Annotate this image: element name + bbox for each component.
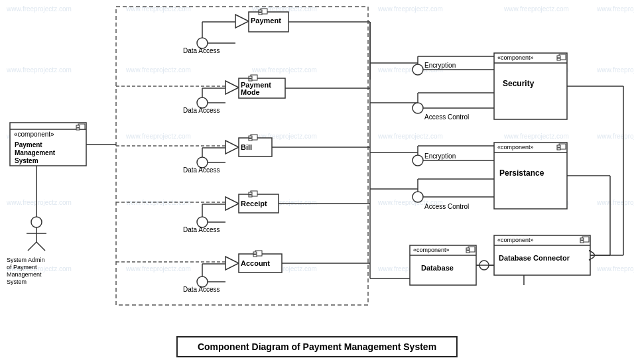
- svg-text:Database: Database: [421, 264, 454, 272]
- svg-point-113: [412, 192, 423, 202]
- svg-text:«component»: «component»: [497, 237, 534, 243]
- caption-bar: Component Diagram of Payment Management …: [176, 336, 458, 357]
- svg-marker-49: [225, 141, 239, 154]
- svg-text:Security: Security: [503, 79, 535, 88]
- svg-text:Data Access: Data Access: [183, 47, 220, 54]
- svg-text:Encryption: Encryption: [424, 152, 456, 160]
- svg-text:Data Access: Data Access: [183, 286, 220, 293]
- svg-text:«component»: «component»: [497, 144, 534, 151]
- svg-text:Receipt: Receipt: [241, 200, 267, 208]
- svg-text:Access Control: Access Control: [424, 203, 469, 210]
- svg-rect-140: [580, 241, 584, 243]
- svg-rect-139: [580, 238, 584, 240]
- svg-text:System: System: [7, 278, 27, 285]
- svg-rect-25: [259, 13, 262, 15]
- svg-text:Encryption: Encryption: [424, 62, 456, 69]
- svg-rect-52: [249, 136, 252, 138]
- svg-text:Management: Management: [7, 271, 42, 278]
- svg-text:«component»: «component»: [497, 54, 534, 61]
- svg-point-89: [412, 64, 423, 75]
- svg-rect-124: [557, 148, 560, 150]
- svg-line-13: [36, 242, 45, 251]
- svg-text:«component»: «component»: [413, 247, 450, 253]
- svg-marker-21: [235, 15, 249, 28]
- svg-marker-35: [225, 81, 239, 94]
- svg-point-108: [412, 155, 423, 166]
- svg-text:System: System: [15, 157, 38, 164]
- svg-text:Management: Management: [15, 149, 56, 156]
- svg-text:Payment: Payment: [251, 17, 281, 25]
- svg-rect-133: [466, 251, 470, 253]
- svg-text:Persistance: Persistance: [499, 168, 544, 178]
- svg-text:Database Connector: Database Connector: [499, 254, 570, 262]
- svg-rect-7: [76, 125, 80, 127]
- svg-rect-123: [557, 145, 560, 147]
- svg-rect-53: [249, 139, 252, 141]
- svg-rect-105: [557, 58, 560, 60]
- svg-text:Account: Account: [241, 259, 270, 267]
- svg-text:Bill: Bill: [241, 143, 252, 151]
- svg-text:System Admin: System Admin: [7, 257, 45, 263]
- svg-point-94: [412, 103, 423, 113]
- svg-rect-8: [76, 128, 80, 130]
- svg-text:Mode: Mode: [241, 88, 260, 96]
- svg-line-12: [28, 242, 36, 251]
- svg-rect-78: [253, 252, 257, 254]
- svg-rect-66: [249, 195, 252, 197]
- svg-rect-38: [249, 76, 252, 78]
- svg-marker-62: [225, 197, 239, 210]
- svg-rect-24: [259, 10, 262, 12]
- svg-rect-65: [249, 192, 252, 194]
- svg-text:Data Access: Data Access: [183, 226, 220, 233]
- diagram-area: www.freeprojectz.com www.freeprojectz.co…: [0, 0, 634, 364]
- svg-marker-75: [225, 257, 239, 270]
- caption-text: Component Diagram of Payment Management …: [198, 341, 436, 352]
- svg-text:Data Access: Data Access: [183, 107, 220, 114]
- svg-text:of Payment: of Payment: [7, 264, 37, 271]
- svg-text:Payment: Payment: [15, 141, 42, 149]
- diagram-svg: «component» Payment Management System Sy…: [0, 0, 634, 364]
- svg-rect-79: [253, 255, 257, 257]
- svg-point-9: [31, 217, 42, 227]
- svg-text:Access Control: Access Control: [424, 113, 469, 121]
- svg-rect-104: [557, 56, 560, 58]
- svg-rect-132: [466, 248, 470, 250]
- svg-text:«component»: «component»: [14, 131, 54, 138]
- svg-text:Data Access: Data Access: [183, 166, 220, 174]
